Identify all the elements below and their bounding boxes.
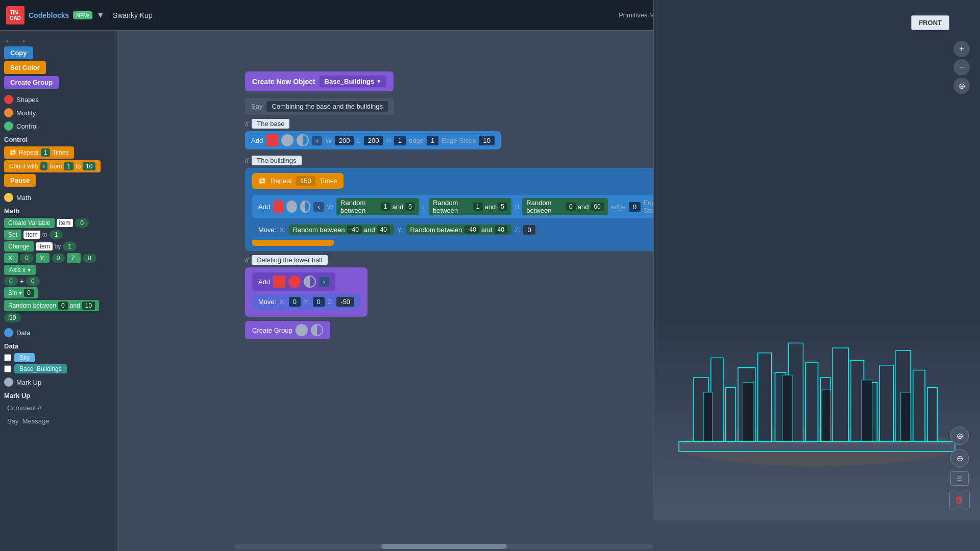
trash-button[interactable]: 🗑 — [949, 490, 970, 510]
create-new-object-block[interactable]: Create New Object Base_Buildings ▼ — [245, 71, 643, 95]
random-h-block[interactable]: Random between 0 and 60 — [522, 198, 607, 215]
expr-b[interactable]: 0 — [26, 277, 40, 286]
svg-rect-23 — [679, 442, 955, 452]
x-val-d[interactable]: 0 — [289, 297, 301, 307]
rand-h-to[interactable]: 60 — [591, 203, 603, 211]
to-val[interactable]: 10 — [83, 162, 95, 170]
sky-checkbox[interactable] — [4, 354, 11, 361]
repeat-num[interactable]: 1 — [41, 148, 51, 157]
z-val-d[interactable]: -50 — [336, 297, 354, 307]
obj-name-selector[interactable]: Base_Buildings ▼ — [320, 76, 386, 87]
arrow-left-repeat[interactable]: ‹ — [313, 202, 324, 212]
comment-base-text[interactable]: The base — [252, 119, 289, 129]
rand-w-to[interactable]: 5 — [405, 203, 415, 211]
random-my-block[interactable]: Random between -40 and 40 — [406, 224, 511, 235]
edge-val-r[interactable]: 0 — [629, 202, 641, 212]
comment-buildings-text[interactable]: The buildings — [252, 156, 301, 165]
base-buildings-tag[interactable]: Base_Buildings — [14, 364, 67, 373]
expr-a[interactable]: 0 — [4, 277, 18, 286]
create-group-button[interactable]: Create Group — [4, 76, 59, 89]
rand-mx-to[interactable]: 40 — [377, 226, 390, 234]
rand-my-from[interactable]: -40 — [464, 226, 479, 234]
add-block-repeat[interactable]: Add ‹ W Random between 1 and 5 L Random … — [252, 195, 653, 218]
set-block[interactable]: Set item to 1 — [4, 230, 113, 240]
rand-mx-from[interactable]: -40 — [347, 226, 362, 234]
z-val-r[interactable]: 0 — [523, 225, 535, 235]
zoom-in-button[interactable]: + — [953, 41, 970, 57]
pause-button[interactable]: Pause — [4, 174, 36, 187]
add-block-delete[interactable]: Add › — [252, 272, 335, 291]
sidebar-item-math[interactable]: Math — [4, 193, 113, 202]
comment-delete-text[interactable]: Deleting the lower half — [252, 255, 328, 265]
rand-w-from[interactable]: 1 — [381, 203, 390, 211]
move-block-repeat[interactable]: Move: X: Random between -40 and 40 Y: Ra… — [252, 221, 542, 238]
xyz-block: X: 0 Y: 0 Z: 0 — [4, 253, 113, 263]
rand-l-to[interactable]: 5 — [498, 203, 507, 211]
sidebar-item-shapes[interactable]: Shapes — [4, 95, 113, 104]
move-block-delete[interactable]: Move: X: 0 Y: 0 Z: -50 — [252, 294, 360, 310]
random-mx-block[interactable]: Random between -40 and 40 — [289, 224, 394, 235]
comment-markup[interactable]: Comment // — [4, 403, 113, 413]
h-val[interactable]: 1 — [394, 136, 406, 145]
sky-tag[interactable]: Sky — [14, 353, 35, 362]
w-val[interactable]: 200 — [335, 136, 354, 145]
set-item-label[interactable]: item — [23, 231, 40, 239]
back-button[interactable]: ← — [4, 36, 13, 46]
y-val[interactable]: 0 — [52, 254, 65, 263]
equalize-btn[interactable]: ≡ — [950, 471, 969, 486]
random-l-block[interactable]: Random between 1 and 5 — [429, 198, 511, 215]
random-to[interactable]: 10 — [82, 302, 95, 310]
sidebar-item-data[interactable]: Data — [4, 328, 113, 337]
item-label[interactable]: item — [57, 219, 74, 227]
math-expr-block[interactable]: 0 + 0 — [4, 277, 113, 286]
change-item-label[interactable]: item — [36, 242, 53, 251]
canvas-scrollbar-thumb[interactable] — [381, 544, 507, 549]
say-text[interactable]: Combining the base and the buildings — [266, 101, 388, 112]
zoom-in-btn-2[interactable]: ⊕ — [950, 427, 969, 445]
say-markup[interactable]: Say Message — [4, 416, 113, 427]
repeat-block[interactable]: 🔁 Repeat 1 Times — [4, 146, 74, 159]
edge-steps-val[interactable]: 10 — [479, 136, 494, 145]
sin-block[interactable]: Sin ▾ 0 — [4, 287, 38, 298]
random-from[interactable]: 0 — [58, 302, 68, 310]
l-val[interactable]: 200 — [364, 136, 383, 145]
sidebar-item-control[interactable]: Control — [4, 121, 113, 131]
create-variable-block[interactable]: Create Variable item 0 — [4, 218, 113, 228]
arrow-right-delete[interactable]: › — [319, 277, 329, 287]
y-val-d[interactable]: 0 — [313, 297, 325, 307]
sidebar-item-markup[interactable]: Mark Up — [4, 378, 113, 387]
say-block[interactable]: Say Combining the base and the buildings — [245, 98, 394, 115]
forward-button[interactable]: → — [17, 36, 27, 46]
create-new-obj-button[interactable]: Create New Object Base_Buildings ▼ — [245, 71, 394, 91]
num-90[interactable]: 90 — [4, 313, 21, 322]
repeat-block-buildings[interactable]: 🔁 Repeat 150 Times — [252, 173, 344, 189]
zoom-out-btn-2[interactable]: ⊖ — [950, 449, 969, 467]
sin-val[interactable]: 0 — [24, 289, 34, 297]
arrow-left-btn[interactable]: ‹ — [312, 136, 322, 145]
svg-rect-18 — [743, 383, 754, 447]
copy-button[interactable]: Copy — [4, 46, 33, 59]
create-group-block[interactable]: Create Group — [245, 321, 330, 339]
zoom-out-button[interactable]: − — [953, 59, 970, 76]
rand-l-from[interactable]: 1 — [473, 203, 483, 211]
from-val[interactable]: 1 — [64, 162, 74, 170]
canvas-scrollbar[interactable] — [235, 544, 653, 549]
base-buildings-checkbox[interactable] — [4, 365, 11, 372]
add-block-base[interactable]: Add ‹ W 200 L 200 H 1 edge 1 Edge Steps … — [245, 131, 501, 149]
z-val[interactable]: 0 — [83, 254, 96, 263]
random-w-block[interactable]: Random between 1 and 5 — [336, 198, 419, 215]
count-with-block[interactable]: Count with i from 1 to 10 — [4, 160, 101, 172]
sidebar-item-modify[interactable]: Modify — [4, 108, 113, 117]
random-block[interactable]: Random between 0 and 10 — [4, 300, 99, 311]
count-var[interactable]: i — [40, 162, 48, 170]
x-val[interactable]: 0 — [20, 254, 34, 263]
set-color-button[interactable]: Set Color — [4, 61, 46, 74]
zoom-fit-button[interactable]: ⊕ — [953, 78, 970, 94]
rand-h-from[interactable]: 0 — [566, 203, 576, 211]
change-block[interactable]: Change item by 1 — [4, 241, 113, 252]
rand-my-to[interactable]: 40 — [495, 226, 507, 234]
axis-block[interactable]: Axis x ▾ — [4, 265, 36, 275]
edge-val[interactable]: 1 — [427, 136, 438, 145]
repeat-val[interactable]: 150 — [296, 176, 315, 186]
dropdown-arrow[interactable]: ▼ — [96, 11, 105, 20]
